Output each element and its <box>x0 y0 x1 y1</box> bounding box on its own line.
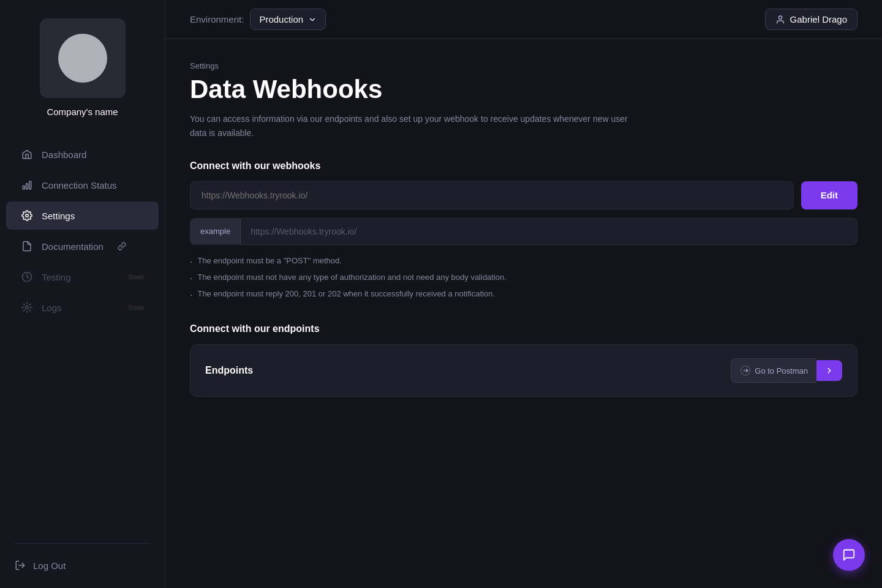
rule-item: The endpoint must not have any type of a… <box>190 273 858 285</box>
env-label: Environment: <box>190 14 244 24</box>
example-url: https://Webhooks.tryrook.io/ <box>241 219 366 244</box>
user-badge: Gabriel Drago <box>765 9 858 30</box>
testing-icon <box>21 271 33 283</box>
webhook-input-row: Edit <box>190 181 858 209</box>
logout-button[interactable]: Log Out <box>15 560 150 571</box>
bar-chart-icon <box>21 179 33 191</box>
sidebar-item-testing: Testing Soon <box>6 263 159 291</box>
topbar: Environment: Production Gabriel Drago <box>165 0 882 39</box>
soon-badge: Soon <box>128 304 144 311</box>
breadcrumb: Settings <box>190 61 858 70</box>
svg-point-7 <box>778 16 782 19</box>
go-to-postman-button[interactable]: Go to Postman <box>731 358 842 383</box>
logout-icon <box>15 560 26 571</box>
svg-point-5 <box>26 306 29 309</box>
logout-label: Log Out <box>33 560 66 571</box>
webhooks-section-title: Connect with our webhooks <box>190 160 858 172</box>
rules-list: The endpoint must be a "POST" method. Th… <box>190 256 858 301</box>
company-avatar <box>40 18 126 98</box>
example-tag: example <box>190 219 241 244</box>
sidebar-item-connection-status[interactable]: Connection Status <box>6 171 159 199</box>
company-name: Company's name <box>47 107 118 117</box>
postman-arrow-icon <box>816 360 842 381</box>
svg-rect-2 <box>29 181 31 189</box>
rule-item: The endpoint must be a "POST" method. <box>190 256 858 269</box>
example-row: example https://Webhooks.tryrook.io/ <box>190 218 858 245</box>
environment-selector[interactable]: Environment: Production <box>190 9 326 30</box>
sidebar: Company's name Dashboard Connection <box>0 0 165 588</box>
soon-badge: Soon <box>128 273 144 281</box>
sidebar-item-settings[interactable]: Settings <box>6 202 159 230</box>
sidebar-item-logs: Logs Soon <box>6 293 159 322</box>
chevron-down-icon <box>308 15 317 24</box>
sidebar-item-label: Settings <box>42 211 75 221</box>
page-description: You can access information via our endpo… <box>190 112 631 140</box>
chat-icon <box>842 548 856 562</box>
env-dropdown[interactable]: Production <box>250 9 326 30</box>
sidebar-footer: Log Out <box>0 550 165 588</box>
sidebar-logo: Company's name <box>0 0 165 129</box>
page-content: Settings Data Webhooks You can access in… <box>165 39 882 588</box>
user-icon <box>775 15 785 24</box>
endpoints-card-title: Endpoints <box>205 365 253 376</box>
sidebar-item-label: Dashboard <box>42 149 86 160</box>
gear-icon <box>21 209 33 222</box>
external-link-icon <box>116 240 128 252</box>
endpoints-section-title: Connect with our endpoints <box>190 323 858 334</box>
postman-label: Go to Postman <box>731 358 816 383</box>
avatar-image <box>58 34 107 83</box>
sidebar-divider <box>15 543 150 544</box>
sidebar-item-label: Logs <box>42 303 62 313</box>
svg-rect-1 <box>26 184 28 189</box>
logs-icon <box>21 301 33 314</box>
sidebar-item-label: Connection Status <box>42 180 117 190</box>
chat-fab-button[interactable] <box>833 539 865 571</box>
sidebar-item-dashboard[interactable]: Dashboard <box>6 140 159 168</box>
rule-item: The endpoint must reply 200, 201 or 202 … <box>190 289 858 302</box>
sidebar-nav: Dashboard Connection Status Settings <box>0 129 165 537</box>
sidebar-item-documentation[interactable]: Documentation <box>6 232 159 260</box>
sidebar-item-label: Testing <box>42 272 71 282</box>
main-panel: Environment: Production Gabriel Drago <box>165 0 882 588</box>
page-title: Data Webhooks <box>190 75 858 104</box>
document-icon <box>21 240 33 252</box>
endpoints-card: Endpoints Go to Postman <box>190 344 858 397</box>
svg-point-3 <box>26 214 29 217</box>
webhook-url-input[interactable] <box>190 181 794 209</box>
svg-rect-0 <box>23 186 24 189</box>
edit-button[interactable]: Edit <box>801 181 858 209</box>
env-value: Production <box>259 14 303 24</box>
postman-icon <box>740 365 751 376</box>
sidebar-item-label: Documentation <box>42 241 104 252</box>
user-name: Gabriel Drago <box>790 14 847 24</box>
home-icon <box>21 148 33 160</box>
